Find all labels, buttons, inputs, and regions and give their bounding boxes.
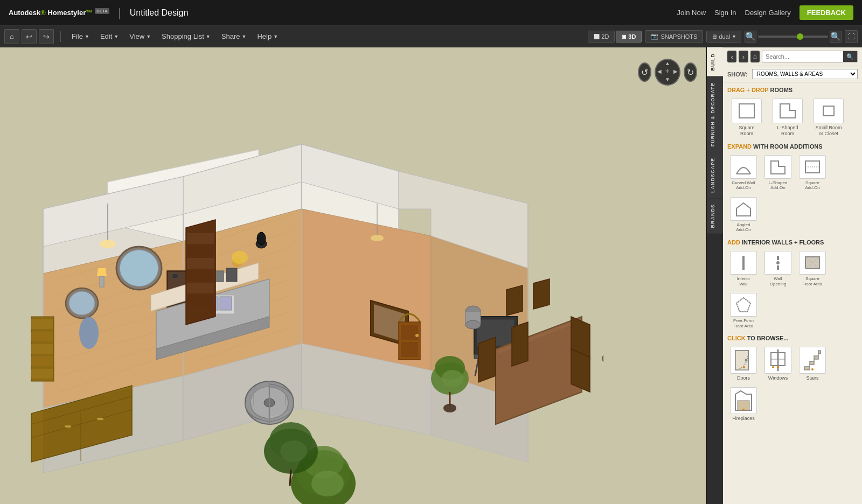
angled-addon-item[interactable]: AngledAdd-On	[727, 195, 760, 235]
walls-grid: InteriorWall WallOpening	[727, 249, 858, 331]
tab-build[interactable]: BUILD	[707, 47, 723, 76]
nav-empty-tr	[672, 60, 679, 68]
snapshots-button[interactable]: 📷 SNAPSHOTS	[645, 30, 703, 43]
square-floor-label: SquareFloor Area	[803, 276, 823, 286]
svg-rect-119	[187, 270, 214, 281]
walls-label: INTERIOR WALLS + FLOORS	[742, 239, 824, 246]
share-menu[interactable]: Share ▼	[217, 30, 251, 43]
panel-nav-bar: ‹ › ⌂ 🔍	[723, 47, 862, 66]
view-2d-button[interactable]: ⬜ 2D	[588, 31, 615, 43]
l-shaped-room-item[interactable]: L-ShapedRoom	[768, 96, 807, 139]
3d-scene[interactable]	[0, 85, 706, 504]
browse-grid: Doors	[727, 345, 858, 423]
fullscreen-button[interactable]: ⛶	[845, 30, 858, 43]
shopping-list-menu[interactable]: Shopping List ▼	[157, 30, 215, 43]
nav-empty-tl	[656, 60, 663, 68]
undo-button[interactable]: ↩	[22, 29, 37, 44]
home-button[interactable]: ⌂	[4, 29, 19, 44]
svg-rect-48	[31, 332, 53, 341]
nav-down-button[interactable]: ▼	[664, 76, 671, 84]
join-now-link[interactable]: Join Now	[677, 9, 706, 17]
wall-opening-label: WallOpening	[770, 276, 786, 286]
panel-scroll-area: DRAG + DROP ROOMS SquareRoom	[723, 82, 862, 504]
panel-tab-sidebar: BUILD FURNISH & DECORATE LANDSCAPE BRAND…	[707, 47, 723, 504]
panel-back-button[interactable]: ‹	[727, 51, 736, 62]
nav-empty-br	[672, 76, 679, 84]
zoom-out-button[interactable]: 🔍	[830, 31, 842, 43]
nav-empty-bl	[656, 76, 663, 84]
l-shaped-addon-icon	[764, 155, 791, 179]
svg-point-84	[443, 404, 456, 412]
square-room-item[interactable]: SquareRoom	[727, 96, 766, 139]
fireplaces-item[interactable]: Fireplaces	[727, 385, 760, 423]
toolbar: ⌂ ↩ ↪ File ▼ Edit ▼ View ▼ Shopping List…	[0, 26, 862, 47]
svg-marker-143	[771, 161, 785, 174]
svg-marker-139	[780, 104, 795, 118]
small-room-item[interactable]: Small Roomor Closet	[809, 96, 848, 139]
zoom-in-button[interactable]: 🔍	[745, 31, 756, 43]
panel-forward-button[interactable]: ›	[739, 51, 748, 62]
section-additions-header: EXPAND WITH ROOM ADDITIONS	[727, 143, 858, 150]
nav-right-button[interactable]: ▶	[672, 68, 679, 76]
view-3d-button[interactable]: ▣ 3D	[616, 31, 642, 43]
svg-point-98	[311, 471, 344, 496]
panel-search-submit[interactable]: 🔍	[843, 51, 857, 62]
svg-rect-120	[187, 283, 214, 293]
zoom-slider-track[interactable]	[758, 36, 828, 38]
square-floor-item[interactable]: SquareFloor Area	[796, 249, 829, 289]
doors-item[interactable]: Doors	[727, 345, 760, 383]
svg-rect-117	[187, 246, 214, 256]
windows-item[interactable]: Windows	[762, 345, 794, 383]
panel-main-content: ‹ › ⌂ 🔍 SHOW: ROOMS, WALLS & AREAS FLOOR…	[723, 47, 862, 504]
nav-up-button[interactable]: ▲	[664, 60, 671, 68]
panel-search-input[interactable]	[762, 52, 843, 61]
tab-brands[interactable]: BRANDS	[707, 199, 723, 234]
design-gallery-link[interactable]: Design Gallery	[745, 9, 791, 17]
rotate-left-button[interactable]: ↺	[638, 62, 651, 82]
feedback-button[interactable]: FEEDBACK	[800, 5, 853, 20]
svg-rect-124	[401, 342, 418, 357]
svg-point-127	[100, 240, 116, 248]
edit-menu[interactable]: Edit ▼	[96, 30, 123, 43]
stairs-label: Stairs	[806, 375, 818, 381]
l-shaped-addon-item[interactable]: L-ShapedAdd-On	[762, 153, 794, 193]
square-addon-item[interactable]: SquareAdd-On	[796, 153, 829, 193]
nav-left-button[interactable]: ◀	[656, 68, 663, 76]
nav-center-button[interactable]: ✛	[664, 68, 671, 76]
svg-point-54	[172, 274, 178, 279]
svg-point-45	[79, 317, 99, 349]
svg-point-61	[232, 251, 248, 264]
sign-in-link[interactable]: Sign In	[714, 9, 736, 17]
navigation-widget[interactable]: ↺ ▲ ◀ ✛ ▶ ▼ ↻	[638, 56, 697, 88]
additions-grid: Curved WallAdd-On L-ShapedAdd-On	[727, 153, 858, 235]
svg-point-131	[371, 235, 384, 241]
curved-wall-label: Curved WallAdd-On	[732, 180, 755, 191]
dual-view-button[interactable]: 🖥 dual ▼	[706, 31, 741, 43]
canvas-area[interactable]: ↺ ▲ ◀ ✛ ▶ ▼ ↻	[0, 47, 706, 504]
section-rooms: DRAG + DROP ROOMS SquareRoom	[727, 87, 858, 139]
nav-cross-widget[interactable]: ▲ ◀ ✛ ▶ ▼	[655, 59, 680, 86]
view-menu[interactable]: View ▼	[125, 30, 155, 43]
interior-wall-item[interactable]: InteriorWall	[727, 249, 760, 289]
windows-icon	[764, 347, 791, 374]
stairs-item[interactable]: Stairs	[796, 345, 829, 383]
section-browse-header: CLICK TO BROWSE...	[727, 335, 858, 341]
curved-wall-icon	[730, 155, 757, 179]
file-menu[interactable]: File ▼	[67, 30, 94, 43]
section-rooms-header: DRAG + DROP ROOMS	[727, 87, 858, 93]
panel-search-box[interactable]: 🔍	[762, 51, 858, 62]
panel-home-button[interactable]: ⌂	[750, 51, 760, 62]
svg-point-114	[257, 232, 266, 245]
rotate-right-button[interactable]: ↻	[684, 62, 697, 82]
tab-furnish-decorate[interactable]: FURNISH & DECORATE	[707, 77, 723, 152]
show-select[interactable]: ROOMS, WALLS & AREAS FLOOR PLAN ALL	[752, 69, 858, 79]
help-menu[interactable]: Help ▼	[253, 30, 282, 43]
zoom-slider-thumb[interactable]	[797, 33, 803, 40]
curved-wall-item[interactable]: Curved WallAdd-On	[727, 153, 760, 193]
windows-label: Windows	[768, 375, 788, 381]
freeform-floor-item[interactable]: Free-FormFloor Area	[727, 291, 760, 331]
tab-landscape[interactable]: LANDSCAPE	[707, 152, 723, 198]
svg-point-134	[465, 320, 481, 329]
wall-opening-item[interactable]: WallOpening	[762, 249, 794, 289]
redo-button[interactable]: ↪	[39, 29, 54, 44]
